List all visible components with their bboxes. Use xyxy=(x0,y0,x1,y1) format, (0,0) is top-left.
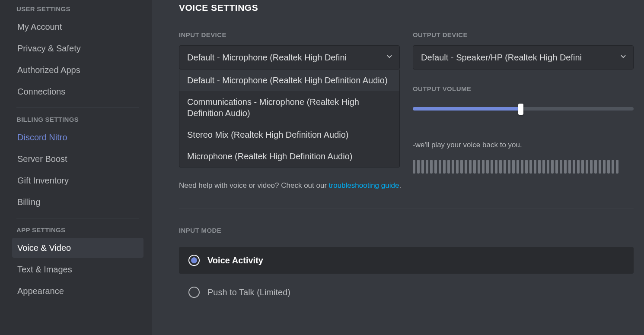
radio-icon xyxy=(188,287,200,298)
input-device-options: Default - Microphone (Realtek High Defin… xyxy=(179,70,400,168)
output-device-label: OUTPUT DEVICE xyxy=(413,31,634,38)
level-bar xyxy=(529,160,532,174)
level-bar xyxy=(542,160,545,174)
radio-label: Voice Activity xyxy=(207,256,263,265)
level-bar xyxy=(508,160,510,174)
level-bar xyxy=(564,160,567,174)
output-device-column: OUTPUT DEVICE Default - Speaker/HP (Real… xyxy=(413,31,634,174)
help-prefix: Need help with voice or video? Check out… xyxy=(179,181,329,190)
sidebar-item-billing[interactable]: Billing xyxy=(12,192,143,212)
level-bar xyxy=(495,160,497,174)
sidebar-item-gift-inventory[interactable]: Gift Inventory xyxy=(12,171,143,190)
output-device-select[interactable]: Default - Speaker/HP (Realtek High Defin… xyxy=(413,45,634,70)
input-mode-label: INPUT MODE xyxy=(179,227,634,234)
input-device-option[interactable]: Communications - Microphone (Realtek Hig… xyxy=(179,91,399,124)
sidebar-item-authorized-apps[interactable]: Authorized Apps xyxy=(12,60,143,80)
level-bar xyxy=(473,160,476,174)
chevron-down-icon xyxy=(386,53,393,63)
input-mode-push-to-talk[interactable]: Push to Talk (Limited) xyxy=(179,279,634,306)
input-device-option[interactable]: Stereo Mix (Realtek High Definition Audi… xyxy=(179,124,399,145)
input-mode-voice-activity[interactable]: Voice Activity xyxy=(179,247,634,274)
level-bar xyxy=(478,160,480,174)
level-bar xyxy=(594,160,597,174)
input-device-option[interactable]: Microphone (Realtek High Definition Audi… xyxy=(179,145,399,167)
help-line: Need help with voice or video? Check out… xyxy=(179,181,634,190)
level-bar xyxy=(551,160,554,174)
input-device-column: INPUT DEVICE Default - Microphone (Realt… xyxy=(179,31,400,174)
level-bar xyxy=(486,160,489,174)
section-header-user-settings: USER SETTINGS xyxy=(16,5,143,13)
slider-fill xyxy=(413,107,521,111)
input-device-option[interactable]: Default - Microphone (Realtek High Defin… xyxy=(179,70,399,91)
chevron-down-icon xyxy=(619,53,627,63)
level-bar xyxy=(491,160,493,174)
level-bar xyxy=(516,160,519,174)
level-bar xyxy=(417,160,420,174)
level-bar xyxy=(568,160,571,174)
level-bar xyxy=(434,160,437,174)
section-header-app-settings: APP SETTINGS xyxy=(16,226,143,234)
level-bar xyxy=(443,160,446,174)
level-bar xyxy=(430,160,433,174)
level-bar xyxy=(607,160,610,174)
input-device-select[interactable]: Default - Microphone (Realtek High Defin… xyxy=(179,45,400,70)
sidebar-item-discord-nitro[interactable]: Discord Nitro xyxy=(12,127,143,147)
sidebar-item-my-account[interactable]: My Account xyxy=(12,17,143,37)
level-bar xyxy=(612,160,614,174)
sidebar-item-text-images[interactable]: Text & Images xyxy=(12,259,143,279)
sidebar-item-voice-video[interactable]: Voice & Video xyxy=(12,238,143,258)
level-bar xyxy=(465,160,467,174)
level-bar xyxy=(447,160,450,174)
sidebar-item-appearance[interactable]: Appearance xyxy=(12,281,143,301)
help-suffix: . xyxy=(399,181,401,190)
level-bar xyxy=(504,160,506,174)
level-bar xyxy=(421,160,424,174)
level-bar xyxy=(534,160,536,174)
settings-sidebar: USER SETTINGS My Account Privacy & Safet… xyxy=(0,0,152,335)
level-bar xyxy=(573,160,575,174)
content-divider xyxy=(179,208,634,209)
sidebar-item-privacy-safety[interactable]: Privacy & Safety xyxy=(12,38,143,58)
level-bar xyxy=(560,160,562,174)
sidebar-divider xyxy=(16,107,139,108)
radio-icon xyxy=(188,255,200,266)
slider-thumb[interactable] xyxy=(518,104,523,115)
level-bar xyxy=(538,160,541,174)
level-bar xyxy=(590,160,593,174)
sidebar-item-server-boost[interactable]: Server Boost xyxy=(12,149,143,169)
troubleshooting-link[interactable]: troubleshooting guide xyxy=(329,181,399,190)
sidebar-divider xyxy=(16,218,139,218)
level-bar xyxy=(439,160,441,174)
input-device-selected-value: Default - Microphone (Realtek High Defin… xyxy=(187,53,347,63)
level-bar xyxy=(521,160,523,174)
input-device-label: INPUT DEVICE xyxy=(179,31,400,38)
level-bar xyxy=(586,160,588,174)
level-bar xyxy=(547,160,549,174)
output-volume-label: OUTPUT VOLUME xyxy=(413,85,634,92)
level-bar xyxy=(599,160,601,174)
level-bar xyxy=(452,160,454,174)
level-bar xyxy=(581,160,584,174)
sidebar-item-connections[interactable]: Connections xyxy=(12,82,143,101)
level-bar xyxy=(426,160,428,174)
radio-label: Push to Talk (Limited) xyxy=(207,288,290,297)
settings-content: VOICE SETTINGS INPUT DEVICE Default - Mi… xyxy=(152,0,644,335)
output-device-selected-value: Default - Speaker/HP (Realtek High Defin… xyxy=(421,53,582,63)
level-bar xyxy=(460,160,463,174)
level-bar xyxy=(555,160,558,174)
level-bar xyxy=(603,160,606,174)
level-bar xyxy=(482,160,485,174)
level-bar xyxy=(469,160,472,174)
level-bar xyxy=(499,160,502,174)
mic-test-description-trail: -we'll play your voice back to you. xyxy=(413,141,634,149)
section-header-billing-settings: BILLING SETTINGS xyxy=(16,116,143,123)
level-bar xyxy=(525,160,528,174)
output-volume-slider[interactable] xyxy=(413,102,634,114)
level-bar xyxy=(616,160,618,174)
page-title: VOICE SETTINGS xyxy=(179,3,634,13)
mic-level-meter xyxy=(413,160,634,174)
level-bar xyxy=(577,160,580,174)
level-bar xyxy=(413,160,415,174)
level-bar xyxy=(512,160,515,174)
level-bar xyxy=(456,160,459,174)
